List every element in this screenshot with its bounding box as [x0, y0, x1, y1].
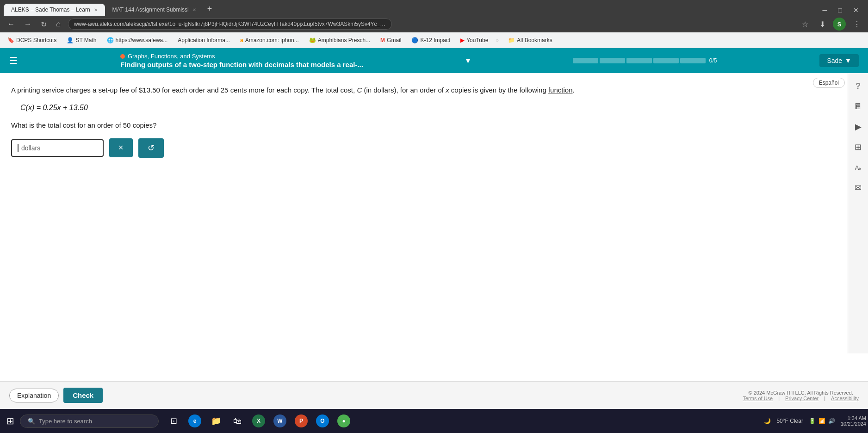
- bookmark-gmail[interactable]: M Gmail: [377, 36, 405, 45]
- question-area: Español A printing service charges a set…: [0, 73, 868, 381]
- help-tool-button[interactable]: ?: [851, 79, 866, 93]
- outlook-button[interactable]: O: [312, 411, 333, 431]
- bookmark-dcps-icon: 🔖: [7, 37, 14, 43]
- new-tab-button[interactable]: +: [204, 2, 216, 16]
- home-button[interactable]: ⌂: [52, 18, 64, 30]
- text-tool-button[interactable]: Aₐ: [851, 160, 866, 175]
- explanation-button[interactable]: Explanation: [9, 389, 59, 402]
- download-button[interactable]: ⬇: [816, 18, 829, 31]
- bookmark-appinfo-label: Application Informa...: [178, 37, 230, 43]
- back-button[interactable]: ←: [4, 18, 19, 30]
- word-button[interactable]: W: [270, 411, 290, 431]
- bookmark-stmath[interactable]: 👤 ST Math: [63, 36, 100, 45]
- tab-aleks[interactable]: ALEKS – Sade Thomas – Learn ✕: [4, 4, 105, 16]
- envelope-tool-button[interactable]: ✉: [851, 180, 866, 195]
- taskbar-right: 🌙 50°F Clear 🔋 📶 🔊 1:34 AM 10/21/2024: [764, 415, 866, 427]
- taskbar-apps: ⊡ e 📁 🛍 X W P O ●: [163, 411, 354, 431]
- bookmark-dcps[interactable]: 🔖 DCPS Shortcuts: [4, 36, 60, 45]
- bookmark-amazon-icon: a: [240, 37, 243, 43]
- footer-copyright: © 2024 McGraw Hill LLC. All Rights Reser…: [743, 390, 859, 401]
- video-tool-button[interactable]: ▶: [851, 119, 866, 134]
- bookmark-dcps-label: DCPS Shortcuts: [16, 37, 56, 43]
- taskbar: ⊞ 🔍 Type here to search ⊡ e 📁 🛍 X W: [0, 409, 868, 433]
- files-button[interactable]: 📁: [206, 411, 226, 431]
- text-size-icon: Aₐ: [855, 164, 862, 171]
- tab-mat144-label: MAT-144 Assignment Submissi: [112, 6, 189, 13]
- store-button[interactable]: 🛍: [227, 411, 248, 431]
- refresh-button[interactable]: ↻: [37, 18, 50, 31]
- forward-button[interactable]: →: [20, 18, 35, 30]
- temp-text: 50°F Clear: [776, 418, 803, 424]
- current-date: 10/21/2024: [841, 421, 866, 427]
- progress-text: 0/5: [709, 57, 717, 64]
- close-button[interactable]: ✕: [848, 5, 864, 16]
- bookmark-youtube[interactable]: ▶ YouTube: [457, 36, 492, 45]
- user-name-label: Sade: [827, 57, 842, 64]
- user-chevron-icon: ▼: [845, 57, 851, 64]
- edge-button[interactable]: e: [185, 411, 205, 431]
- clear-button[interactable]: ×: [109, 138, 133, 157]
- bookmark-k12[interactable]: 🔵 K-12 Impact: [408, 36, 454, 45]
- accessibility-link[interactable]: Accessibility: [831, 396, 859, 401]
- excel-icon: X: [252, 414, 265, 427]
- excel-button[interactable]: X: [248, 411, 269, 431]
- edge-icon: e: [188, 414, 201, 427]
- aleks-problem-title: Finding outputs of a two-step function w…: [120, 61, 363, 68]
- tab-mat144-close[interactable]: ✕: [192, 7, 196, 12]
- profile-avatar[interactable]: S: [833, 18, 846, 31]
- user-menu-button[interactable]: Sade ▼: [819, 54, 859, 67]
- address-bar[interactable]: www-awu.aleks.com/alekscgi/x/lsl.exe/1o_…: [68, 19, 392, 30]
- category-dot-icon: [120, 54, 125, 59]
- bookmark-amazon[interactable]: a Amazon.com: iphon...: [236, 36, 303, 45]
- aleks-header: ☰ Graphs, Functions, and Systems Finding…: [0, 48, 868, 73]
- files-icon: 📁: [211, 416, 221, 426]
- privacy-link[interactable]: Privacy Center: [785, 396, 818, 401]
- tab-mat144[interactable]: MAT-144 Assignment Submissi ✕: [105, 4, 204, 16]
- grid-tool-button[interactable]: ⊞: [851, 140, 866, 155]
- check-button[interactable]: Check: [63, 388, 103, 403]
- progress-segments: [573, 58, 706, 63]
- bookmark-appinfo[interactable]: Application Informa...: [174, 36, 234, 45]
- taskview-button[interactable]: ⊡: [163, 411, 184, 431]
- text-cursor: [18, 144, 19, 152]
- powerpoint-button[interactable]: P: [291, 411, 311, 431]
- answer-input-box[interactable]: dollars: [11, 139, 104, 157]
- reset-button[interactable]: ↺: [138, 138, 164, 158]
- progress-seg-2: [600, 58, 625, 63]
- taskbar-clock: 1:34 AM 10/21/2024: [841, 415, 866, 427]
- answer-row: dollars × ↺: [11, 138, 840, 158]
- start-button[interactable]: ⊞: [2, 413, 19, 429]
- bookmark-allbookmarks-label: All Bookmarks: [517, 37, 552, 43]
- progress-seg-3: [626, 58, 652, 63]
- terms-link[interactable]: Terms of Use: [743, 396, 773, 401]
- envelope-icon: ✉: [855, 183, 862, 193]
- bookmark-safewa[interactable]: 🌐 https://www.safewa...: [103, 36, 172, 45]
- espanol-button[interactable]: Español: [813, 78, 845, 88]
- aleks-category: Graphs, Functions, and Systems: [120, 53, 363, 60]
- maximize-button[interactable]: □: [833, 5, 848, 16]
- bookmark-amphibians-label: Amphibians Presch...: [318, 37, 370, 43]
- divider1: |: [778, 396, 780, 401]
- calculator-tool-button[interactable]: 🖩: [851, 99, 866, 114]
- hamburger-menu-button[interactable]: ☰: [9, 55, 18, 66]
- bookmark-k12-icon: 🔵: [411, 37, 418, 43]
- chrome-button[interactable]: ●: [334, 411, 354, 431]
- window-controls: ─ □ ✕: [817, 5, 864, 16]
- collapse-button[interactable]: ▾: [466, 56, 470, 66]
- volume-icon: 🔊: [828, 418, 835, 424]
- bookmark-allbookmarks[interactable]: 📁 All Bookmarks: [504, 36, 556, 45]
- minimize-button[interactable]: ─: [817, 5, 833, 16]
- bookmark-amphibians[interactable]: 🐸 Amphibians Presch...: [305, 36, 374, 45]
- bookmark-stmath-icon: 👤: [67, 37, 74, 43]
- progress-seg-1: [573, 58, 598, 63]
- taskbar-search-box[interactable]: 🔍 Type here to search: [20, 414, 159, 428]
- menu-button[interactable]: ⋮: [849, 18, 864, 31]
- aleks-body: Español A printing service charges a set…: [0, 73, 868, 381]
- tab-aleks-close[interactable]: ✕: [94, 7, 98, 12]
- aleks-footer: Explanation Check © 2024 McGraw Hill LLC…: [0, 381, 868, 409]
- favorites-button[interactable]: ☆: [798, 18, 812, 31]
- bookmark-stmath-label: ST Math: [75, 37, 96, 43]
- current-time: 1:34 AM: [848, 415, 866, 421]
- bookmarks-separator: »: [496, 37, 499, 43]
- function-link[interactable]: function: [548, 86, 573, 94]
